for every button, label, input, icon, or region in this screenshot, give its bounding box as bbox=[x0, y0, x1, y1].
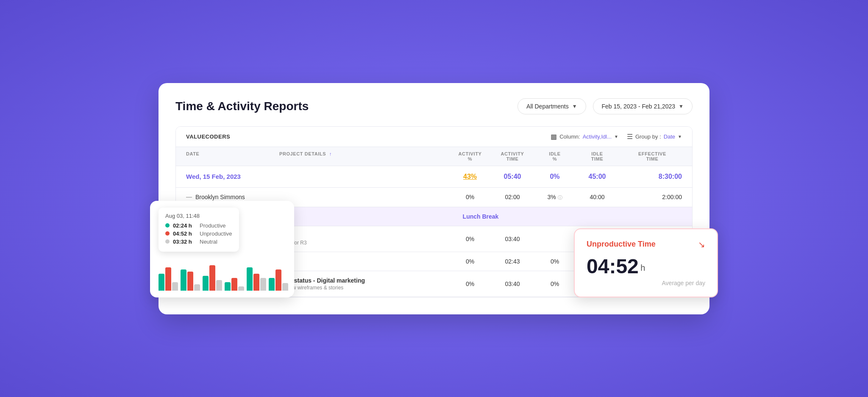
tooltip-row-unproductive: 04:52 h Unproductive bbox=[165, 230, 232, 237]
person-eff-time: 2:00:00 bbox=[623, 194, 682, 200]
date-range-dropdown[interactable]: Feb 15, 2023 - Feb 21,2023 ▼ bbox=[593, 98, 693, 114]
person-idle-pct: 3% ⓘ bbox=[538, 194, 572, 201]
bar-productive bbox=[269, 278, 275, 291]
bar-productive bbox=[247, 267, 253, 291]
proj2-act-time: 02:43 bbox=[487, 258, 538, 265]
bar-neutral bbox=[282, 283, 288, 291]
unproductive-dot bbox=[165, 231, 170, 236]
bar-neutral bbox=[260, 278, 266, 291]
bar-unproductive bbox=[275, 269, 281, 291]
chevron-down-icon: ▼ bbox=[572, 103, 577, 109]
proj3-act-pct: 0% bbox=[453, 280, 487, 287]
date-range-label: Feb 15, 2023 - Feb 21,2023 bbox=[602, 103, 676, 110]
bar-group-5 bbox=[247, 267, 266, 291]
idle-time: 45:00 bbox=[572, 173, 623, 180]
bar-productive bbox=[159, 274, 164, 291]
main-card: Time & Activity Reports All Departments … bbox=[159, 83, 709, 314]
col-eff-time: EFFECTIVE TIME bbox=[623, 151, 682, 161]
bar-unproductive bbox=[209, 265, 215, 291]
bar-unproductive bbox=[165, 267, 171, 291]
person-act-pct: 0% bbox=[453, 194, 487, 200]
productive-label: Productive bbox=[200, 222, 225, 229]
productive-dot bbox=[165, 223, 170, 228]
tooltip-date: Aug 03, 11:48 bbox=[165, 213, 232, 219]
dash-icon: — bbox=[186, 194, 192, 200]
col-idle-pct: IDLE % bbox=[538, 151, 572, 161]
person-idle-time: 40:00 bbox=[572, 194, 623, 200]
unprod-sub: Average per day bbox=[587, 280, 705, 286]
bar-unproductive bbox=[231, 278, 237, 291]
activity-time: 05:40 bbox=[487, 173, 538, 180]
tooltip-row-neutral: 03:32 h Neutral bbox=[165, 239, 232, 245]
departments-label: All Departments bbox=[526, 103, 569, 110]
neutral-dot bbox=[165, 239, 170, 244]
unprod-title: Unproductive Time bbox=[587, 240, 656, 249]
table-head: DATE PROJECT DETAILS ↑ ACTIVITY % ACTIVI… bbox=[176, 147, 692, 166]
bar-group-1 bbox=[159, 267, 178, 291]
bar-productive bbox=[181, 269, 186, 291]
neutral-time: 03:32 h bbox=[173, 239, 196, 245]
bar-productive bbox=[203, 276, 209, 291]
bar-unproductive bbox=[187, 272, 193, 291]
chevron-down-icon: ▼ bbox=[679, 103, 684, 109]
groupby-value: Date bbox=[664, 133, 675, 140]
neutral-label: Neutral bbox=[200, 239, 217, 245]
person-act-time: 02:00 bbox=[487, 194, 538, 200]
bar-group-6 bbox=[269, 269, 288, 291]
unprod-value-row: 04:52 h bbox=[587, 255, 705, 278]
col-act-pct: ACTIVITY % bbox=[453, 151, 487, 161]
date-label: Wed, 15 Feb, 2023 bbox=[186, 173, 279, 180]
person-name: — Brooklyn Simmons bbox=[186, 194, 279, 200]
company-label: VALUECODERS bbox=[186, 133, 230, 140]
bar-group-4 bbox=[225, 278, 244, 291]
col-idle-time: IDLE TIME bbox=[572, 151, 623, 161]
trend-down-icon: ↘ bbox=[698, 239, 705, 250]
unproductive-label: Unproductive bbox=[200, 230, 232, 237]
departments-dropdown[interactable]: All Departments ▼ bbox=[517, 98, 586, 114]
unproductive-time: 04:52 h bbox=[173, 230, 196, 237]
date-group-row: Wed, 15 Feb, 2023 43% 05:40 0% 45:00 8:3… bbox=[176, 166, 692, 188]
proj3-act-time: 03:40 bbox=[487, 280, 538, 287]
chevron-down-icon: ▼ bbox=[678, 134, 682, 139]
bar-neutral bbox=[216, 280, 222, 291]
column-value: Activity,Idl... bbox=[583, 133, 612, 140]
highlight-project: Lunch Break bbox=[279, 213, 682, 220]
unprod-header: Unproductive Time ↘ bbox=[587, 239, 705, 250]
proj3-idle-pct: 0% bbox=[538, 280, 572, 287]
column-label: Column: bbox=[559, 133, 580, 140]
activity-pct: 43% bbox=[453, 173, 487, 180]
project-info-1: ..s e List for R3 bbox=[279, 232, 453, 246]
groupby-label: Group by : bbox=[635, 133, 661, 140]
bar-productive bbox=[225, 282, 231, 291]
page-header: Time & Activity Reports All Departments … bbox=[175, 98, 693, 114]
tooltip-row-productive: 02:24 h Productive bbox=[165, 222, 232, 229]
col-project: PROJECT DETAILS ↑ bbox=[279, 151, 453, 161]
bar-group-2 bbox=[181, 269, 200, 291]
bar-neutral bbox=[172, 282, 178, 291]
groupby-icon: ☰ bbox=[627, 133, 633, 141]
groupby-control[interactable]: ☰ Group by : Date ▼ bbox=[627, 133, 682, 141]
col-date: DATE bbox=[186, 151, 279, 161]
proj2-idle-pct: 0% bbox=[538, 258, 572, 265]
header-controls: All Departments ▼ Feb 15, 2023 - Feb 21,… bbox=[517, 98, 693, 114]
bar-unproductive bbox=[253, 274, 259, 291]
info-icon[interactable]: ⓘ bbox=[558, 195, 562, 200]
chart-tooltip: Aug 03, 11:48 02:24 h Productive 04:52 h… bbox=[159, 208, 239, 252]
bar-group-3 bbox=[203, 265, 222, 291]
sort-icon[interactable]: ↑ bbox=[329, 151, 332, 156]
chart-card: Aug 03, 11:48 02:24 h Productive 04:52 h… bbox=[150, 201, 294, 297]
bar-neutral bbox=[194, 284, 200, 291]
page-title: Time & Activity Reports bbox=[175, 100, 309, 113]
column-control[interactable]: ▩ Column: Activity,Idl... ▼ bbox=[551, 133, 618, 141]
col-act-time: ACTIVITY TIME bbox=[487, 151, 538, 161]
unproductive-card: Unproductive Time ↘ 04:52 h Average per … bbox=[574, 228, 718, 297]
bar-neutral bbox=[238, 286, 244, 291]
effective-time: 8:30:00 bbox=[623, 173, 682, 180]
idle-pct: 0% bbox=[538, 173, 572, 180]
proj1-act-time: 03:40 bbox=[487, 236, 538, 242]
unprod-unit: h bbox=[640, 263, 645, 272]
toolbar-right: ▩ Column: Activity,Idl... ▼ ☰ Group by :… bbox=[551, 133, 682, 141]
project-info-3: Workstatus - Digital marketing Review wi… bbox=[279, 277, 453, 291]
chart-bars bbox=[159, 257, 286, 291]
unprod-value: 04:52 bbox=[587, 255, 639, 278]
